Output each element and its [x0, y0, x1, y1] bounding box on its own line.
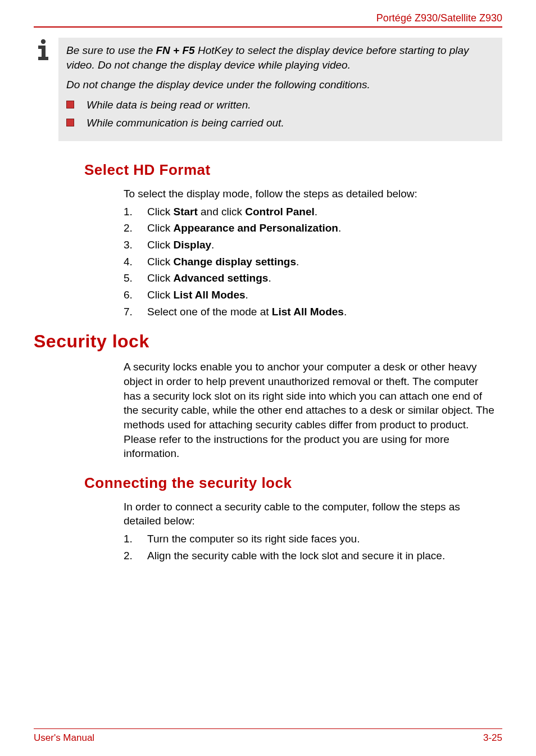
note-paragraph-1: Be sure to use the FN + F5 HotKey to sel… — [66, 43, 494, 72]
svg-rect-2 — [42, 46, 46, 58]
note-body: Be sure to use the FN + F5 HotKey to sel… — [58, 38, 502, 141]
connecting-steps: 1.Turn the computer so its right side fa… — [124, 532, 497, 563]
step-text: Click Change display settings. — [147, 255, 497, 269]
list-item: 1.Click Start and click Control Panel. — [124, 205, 497, 219]
note-paragraph-2: Do not change the display device under t… — [66, 78, 494, 92]
note-bullet-list: While data is being read or written. Whi… — [66, 98, 494, 130]
step-number: 7. — [124, 305, 147, 319]
step-text: Click Display. — [147, 238, 497, 252]
note-bullet-item: While communication is being carried out… — [66, 116, 494, 130]
list-item: 2.Align the security cable with the lock… — [124, 549, 497, 563]
footer-rule — [34, 728, 502, 729]
step-number: 2. — [124, 549, 147, 563]
list-item: 5.Click Advanced settings. — [124, 271, 497, 286]
heading-select-hd-format: Select HD Format — [84, 161, 502, 179]
connecting-intro: In order to connect a security cable to … — [124, 500, 497, 528]
heading-connecting-security-lock: Connecting the security lock — [84, 474, 502, 492]
step-text: Select one of the mode at List All Modes… — [147, 305, 497, 319]
step-number: 1. — [124, 205, 147, 219]
step-text: Click Advanced settings. — [147, 271, 497, 286]
info-icon — [34, 38, 58, 141]
step-number: 3. — [124, 238, 147, 252]
list-item: 1.Turn the computer so its right side fa… — [124, 532, 497, 546]
step-text: Click Appearance and Personalization. — [147, 221, 497, 236]
step-text: Turn the computer so its right side face… — [147, 532, 497, 546]
note-hotkey: FN + F5 — [156, 44, 195, 56]
step-number: 5. — [124, 271, 147, 286]
step-number: 2. — [124, 221, 147, 236]
step-number: 6. — [124, 288, 147, 302]
note-bullet-item: While data is being read or written. — [66, 98, 494, 112]
svg-rect-3 — [38, 57, 48, 60]
select-hd-intro: To select the display mode, follow the s… — [124, 187, 497, 201]
select-hd-steps: 1.Click Start and click Control Panel. 2… — [124, 205, 497, 319]
svg-point-0 — [41, 39, 46, 44]
security-lock-body: A security locks enable you to anchor yo… — [124, 360, 497, 460]
footer-left: User's Manual — [34, 732, 94, 744]
step-number: 1. — [124, 532, 147, 546]
bullet-text: While communication is being carried out… — [87, 116, 494, 130]
note-block: Be sure to use the FN + F5 HotKey to sel… — [34, 38, 502, 141]
note-text: Be sure to use the — [66, 44, 156, 56]
footer-page-number: 3-25 — [483, 732, 502, 744]
heading-security-lock: Security lock — [34, 331, 502, 352]
bullet-icon — [66, 101, 74, 108]
list-item: 7.Select one of the mode at List All Mod… — [124, 305, 497, 319]
header-rule — [34, 26, 502, 28]
page: Portégé Z930/Satellite Z930 Be sure to u… — [0, 0, 536, 756]
header-product: Portégé Z930/Satellite Z930 — [34, 12, 502, 24]
bullet-text: While data is being read or written. — [87, 98, 494, 112]
bullet-icon — [66, 119, 74, 126]
step-text: Align the security cable with the lock s… — [147, 549, 497, 563]
step-text: Click Start and click Control Panel. — [147, 205, 497, 219]
list-item: 3.Click Display. — [124, 238, 497, 252]
list-item: 4.Click Change display settings. — [124, 255, 497, 269]
list-item: 2.Click Appearance and Personalization. — [124, 221, 497, 236]
step-text: Click List All Modes. — [147, 288, 497, 302]
list-item: 6.Click List All Modes. — [124, 288, 497, 302]
footer: User's Manual 3-25 — [34, 728, 502, 744]
step-number: 4. — [124, 255, 147, 269]
